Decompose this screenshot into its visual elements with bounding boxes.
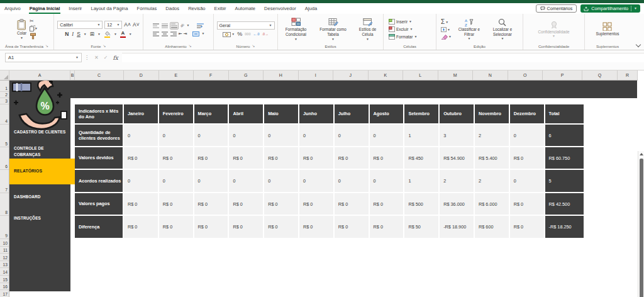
cell-quantidade-de-clientes-devedores-12[interactable]: 0 (510, 125, 544, 146)
column-header-e[interactable]: E (159, 70, 194, 80)
column-header-d[interactable]: D (124, 70, 159, 80)
cell-valores-devidos-2[interactable]: R$ 0 (159, 147, 193, 169)
row-header-7[interactable]: 7 (0, 170, 9, 193)
month-header-setembro[interactable]: Setembro (404, 104, 438, 123)
row-label-valores-pagos[interactable]: Valores pagos (75, 193, 123, 215)
month-header-outubro[interactable]: Outubro (440, 104, 474, 123)
cell-valores-pagos-12[interactable]: R$ 0 (510, 193, 544, 215)
cell-valores-pagos-8[interactable]: R$ 0 (370, 193, 404, 215)
column-header-l[interactable]: L (403, 70, 438, 80)
column-header-a[interactable]: A (9, 70, 70, 80)
tab-exibir[interactable]: Exibir (210, 3, 231, 14)
total-valores-devidos[interactable]: R$ 60.750 (545, 147, 584, 169)
insert-cells-button[interactable]: Inserir▼ (389, 19, 412, 25)
total-diferenca[interactable]: -R$ 18.250 (545, 216, 584, 238)
fill-color-button[interactable] (104, 31, 111, 38)
cell-valores-pagos-3[interactable]: R$ 0 (194, 193, 228, 215)
comma-style-button[interactable]: 000 (245, 33, 250, 36)
align-left-button[interactable] (152, 31, 160, 37)
cell-acordos-realizados-11[interactable]: 2 (475, 170, 509, 192)
decrease-indent-button[interactable]: ⇤ (179, 31, 182, 36)
fill-button[interactable]: ▼ (441, 27, 452, 32)
row-header-13[interactable]: 13 (0, 261, 9, 269)
cell-acordos-realizados-9[interactable]: 1 (404, 170, 438, 192)
merge-center-button[interactable] (192, 31, 200, 37)
cell-acordos-realizados-8[interactable]: 0 (370, 170, 404, 192)
row-header-3[interactable]: 3 (0, 98, 9, 104)
table-corner-header[interactable]: Indicadores x Mês do Ano (75, 104, 123, 123)
month-header-fevereiro[interactable]: Fevereiro (159, 104, 193, 123)
cancel-entry-icon[interactable]: ✕ (94, 55, 99, 60)
cell-quantidade-de-clientes-devedores-10[interactable]: 3 (440, 125, 474, 146)
find-select-button[interactable]: Localizar e Selecionar ▼ (487, 18, 518, 41)
cell-valores-pagos-6[interactable]: R$ 0 (299, 193, 333, 215)
share-button[interactable]: Compartilhamento ▼ (580, 4, 640, 13)
confirm-entry-icon[interactable]: ✓ (104, 55, 108, 60)
cell-diferenca-9[interactable]: R$ 50 (404, 216, 438, 238)
decrease-font-button[interactable]: A˅ (133, 22, 140, 28)
formula-input[interactable] (122, 53, 644, 62)
format-as-table-button[interactable]: Formatar como Tabela ▼ (316, 18, 351, 41)
cell-acordos-realizados-12[interactable]: 0 (510, 170, 544, 192)
cell-valores-pagos-1[interactable]: R$ 0 (124, 193, 158, 215)
cell-quantidade-de-clientes-devedores-8[interactable]: 0 (370, 125, 404, 146)
month-header-abril[interactable]: Abril (229, 104, 263, 123)
total-acordos-realizados[interactable]: 5 (545, 170, 584, 192)
row-label-valores-devidos[interactable]: Valores devidos (75, 147, 123, 169)
month-header-marco[interactable]: Março (194, 104, 228, 123)
name-box[interactable]: A1 ▼ (5, 53, 82, 62)
percent-style-button[interactable]: % (237, 31, 242, 37)
cell-valores-pagos-4[interactable]: R$ 0 (229, 193, 263, 215)
tab-layout-da-pagina[interactable]: Layout da Página (86, 3, 132, 14)
paste-button[interactable]: Colar ▼ (16, 19, 28, 40)
cell-diferenca-5[interactable]: R$ 0 (264, 216, 298, 238)
column-header-n[interactable]: N (473, 70, 508, 80)
column-header-b[interactable]: B (70, 70, 75, 80)
cell-diferenca-4[interactable]: R$ 0 (229, 216, 263, 238)
cell-valores-devidos-7[interactable]: R$ 0 (335, 147, 369, 169)
row-header-2[interactable]: 2 (0, 92, 9, 98)
cell-diferenca-3[interactable]: R$ 0 (194, 216, 228, 238)
total-header[interactable]: Total (545, 104, 584, 123)
column-header-c[interactable]: C (75, 70, 124, 80)
chevron-down-icon[interactable]: ▼ (634, 7, 637, 10)
total-quantidade-de-clientes-devedores[interactable]: 6 (545, 125, 584, 146)
cell-diferenca-12[interactable]: R$ 0 (510, 216, 544, 238)
column-header-j[interactable]: J (333, 70, 369, 80)
column-header-o[interactable]: O (508, 70, 543, 80)
accounting-format-button[interactable]: ▼ (223, 32, 235, 37)
month-header-dezembro[interactable]: Dezembro (510, 104, 544, 123)
cell-valores-pagos-10[interactable]: R$ 36.000 (440, 193, 474, 215)
cell-quantidade-de-clientes-devedores-7[interactable]: 0 (335, 125, 369, 146)
cell-acordos-realizados-6[interactable]: 0 (299, 170, 333, 192)
cell-acordos-realizados-4[interactable]: 0 (229, 170, 263, 192)
column-header-h[interactable]: H (264, 70, 299, 80)
bold-button[interactable]: N (65, 31, 69, 37)
increase-decimal-button[interactable]: ←.0 (253, 33, 259, 36)
row-header-16[interactable]: 16 (0, 283, 9, 291)
cell-quantidade-de-clientes-devedores-3[interactable]: 0 (194, 125, 228, 146)
cut-button[interactable]: ✂ (30, 19, 38, 24)
tab-automate[interactable]: Automate (231, 3, 260, 14)
cell-quantidade-de-clientes-devedores-11[interactable]: 2 (475, 125, 509, 146)
borders-button[interactable]: ⊞ (90, 31, 94, 37)
column-header-r[interactable]: R (618, 70, 638, 80)
cell-valores-devidos-10[interactable]: R$ 54.900 (440, 147, 474, 169)
month-header-maio[interactable]: Maio (264, 104, 298, 123)
cell-valores-devidos-1[interactable]: R$ 0 (124, 147, 158, 169)
underline-button[interactable]: S (77, 31, 80, 37)
font-color-button[interactable]: A (120, 31, 126, 38)
insert-function-button[interactable]: fx (113, 55, 118, 61)
cell-quantidade-de-clientes-devedores-4[interactable]: 0 (229, 125, 263, 146)
font-size-combo[interactable]: 12▼ (104, 21, 122, 29)
cell-acordos-realizados-2[interactable]: 0 (159, 170, 193, 192)
month-header-junho[interactable]: Junho (299, 104, 333, 123)
align-bottom-button[interactable] (170, 22, 179, 30)
cell-diferenca-1[interactable]: R$ 0 (124, 216, 158, 238)
dialog-launcher-icon[interactable]: ↘ (45, 44, 48, 48)
addins-button[interactable]: Suplementos (595, 22, 621, 36)
sidebar-item-cadastro-de-clientes[interactable]: CADASTRO DE CLIENTES (9, 127, 70, 137)
increase-font-button[interactable]: A˄ (124, 22, 131, 28)
format-painter-button[interactable] (30, 33, 38, 40)
tab-desenvolvedor[interactable]: Desenvolvedor (260, 3, 301, 14)
